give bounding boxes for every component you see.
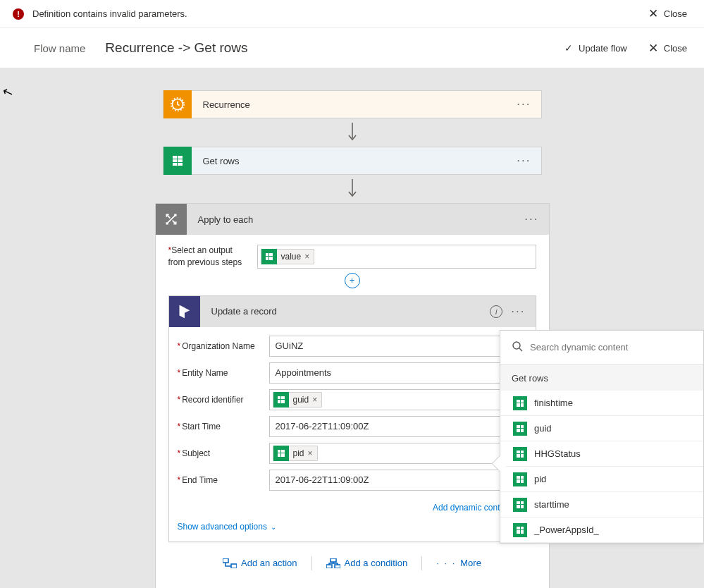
flow-name-label: Flow name (34, 42, 85, 54)
svg-rect-5 (331, 558, 336, 562)
dynamics-icon (169, 296, 200, 327)
show-advanced-options-link[interactable]: Show advanced options ⌄ (169, 517, 536, 541)
dynamic-item-label: pid (534, 474, 546, 484)
dynamic-search-input[interactable] (530, 342, 692, 353)
token-label: guid (293, 395, 309, 405)
recurrence-menu-button[interactable]: ··· (517, 97, 541, 111)
dynamic-item-label: HHGStatus (534, 448, 581, 459)
dynamic-item-powerappsid[interactable]: _PowerAppsId_ (500, 517, 703, 543)
add-condition-label: Add a condition (345, 558, 408, 568)
close-label: Close (664, 8, 687, 19)
token-label: pid (293, 448, 304, 458)
apply-to-each-header[interactable]: Apply to each ··· (156, 204, 549, 235)
start-value: 2017-06-22T11:09:00Z (276, 421, 369, 431)
error-banner: ! Definition contains invalid parameters… (0, 0, 704, 28)
token-remove-button[interactable]: × (312, 395, 317, 405)
dynamic-item-label: finishtime (534, 398, 573, 408)
update-record-menu-button[interactable]: ··· (511, 305, 535, 319)
token-value[interactable]: value × (261, 249, 315, 264)
dynamic-item-starttime[interactable]: starttime (500, 492, 703, 517)
add-action-button[interactable]: Add an action (209, 558, 311, 568)
close-icon: ✕ (648, 6, 658, 21)
svg-point-8 (513, 342, 520, 349)
error-icon: ! (13, 8, 24, 20)
flow-title: Recurrence -> Get rows (105, 40, 543, 56)
dynamic-item-guid[interactable]: guid (500, 416, 703, 441)
token-remove-button[interactable]: × (308, 448, 313, 458)
select-output-row: *Select an output from previous steps va… (168, 245, 536, 269)
dynamic-item-label: _PowerAppsId_ (534, 525, 599, 535)
update-record-title: Update a record (200, 306, 490, 317)
search-icon (512, 341, 523, 354)
add-action-label: Add an action (241, 558, 297, 568)
add-action-icon (223, 558, 237, 568)
apply-to-each-block: Apply to each ··· *Select an output from… (155, 203, 550, 588)
add-condition-icon (326, 558, 340, 568)
select-output-label-2: from previous steps (168, 257, 242, 267)
banner-close-button[interactable]: ✕ Close (648, 6, 687, 21)
subject-label: Subject (182, 448, 210, 458)
entity-label: Entity Name (182, 368, 228, 378)
get-rows-menu-button[interactable]: ··· (517, 154, 541, 168)
dynamic-section-header: Get rows (500, 365, 703, 391)
sheets-icon (273, 446, 289, 461)
add-dynamic-content-link[interactable]: Add dynamic content + (169, 501, 536, 517)
token-remove-button[interactable]: × (304, 252, 309, 262)
add-condition-button[interactable]: Add a condition (312, 558, 422, 568)
svg-rect-7 (335, 565, 340, 568)
clock-icon (163, 90, 192, 118)
dynamic-item-label: starttime (534, 499, 569, 510)
end-label: End Time (182, 475, 218, 485)
step-recurrence[interactable]: Recurrence ··· (163, 90, 542, 118)
step-get-rows[interactable]: Get rows ··· (163, 147, 542, 175)
check-icon: ✓ (564, 42, 573, 54)
add-step-button[interactable]: + (345, 273, 360, 288)
apply-title: Apply to each (187, 214, 525, 225)
token-guid[interactable]: guid × (273, 392, 323, 408)
record-identifier-input[interactable]: guid × (269, 389, 527, 410)
loop-icon (156, 204, 187, 235)
svg-rect-4 (231, 564, 237, 568)
chevron-down-icon: ⌄ (271, 523, 276, 531)
start-time-input[interactable]: 2017-06-22T11:09:00Z (269, 416, 527, 437)
sheets-icon (273, 392, 289, 408)
organization-select[interactable]: GUiNZ (269, 336, 527, 357)
start-label: Start Time (182, 422, 221, 431)
select-output-input[interactable]: value × (257, 245, 536, 269)
apply-menu-button[interactable]: ··· (524, 212, 548, 226)
subject-input[interactable]: pid × (269, 443, 527, 464)
sheets-icon (513, 422, 527, 436)
end-value: 2017-06-22T11:09:00Z (276, 474, 369, 485)
svg-rect-6 (326, 565, 332, 568)
sheets-icon (513, 472, 527, 486)
sheets-icon (163, 147, 192, 175)
token-pid[interactable]: pid × (273, 446, 318, 461)
error-message: Definition contains invalid parameters. (32, 8, 187, 19)
editor-header: Flow name Recurrence -> Get rows ✓ Updat… (0, 28, 704, 68)
more-button[interactable]: · · · More (422, 558, 495, 568)
sheets-icon (513, 523, 527, 537)
sheets-icon (261, 249, 277, 264)
update-record-header[interactable]: Update a record i ··· (169, 296, 536, 327)
entity-select[interactable]: Appointments (269, 362, 527, 384)
info-icon[interactable]: i (490, 305, 502, 318)
header-close-button[interactable]: ✕ Close (648, 41, 687, 56)
get-rows-title: Get rows (192, 156, 517, 166)
update-flow-button[interactable]: ✓ Update flow (564, 42, 627, 54)
more-label: More (460, 558, 481, 568)
close-icon: ✕ (648, 41, 658, 56)
dynamic-content-pane: Get rows finishtime guid HHGStatus pid s… (500, 330, 704, 544)
token-label: value (281, 252, 302, 262)
dynamic-item-finishtime[interactable]: finishtime (500, 391, 703, 416)
org-value: GUiNZ (276, 341, 304, 351)
sheets-icon (513, 498, 527, 512)
end-time-input[interactable]: 2017-06-22T11:09:00Z (269, 470, 527, 491)
more-icon: · · · (436, 558, 456, 568)
connector-arrow (163, 118, 542, 147)
dynamic-item-hhgstatus[interactable]: HHGStatus (500, 441, 703, 467)
header-close-label: Close (664, 43, 687, 54)
advanced-label: Show advanced options (178, 522, 267, 532)
update-flow-label: Update flow (579, 43, 627, 54)
dynamic-item-pid[interactable]: pid (500, 467, 703, 492)
dynamic-item-label: guid (534, 423, 552, 434)
